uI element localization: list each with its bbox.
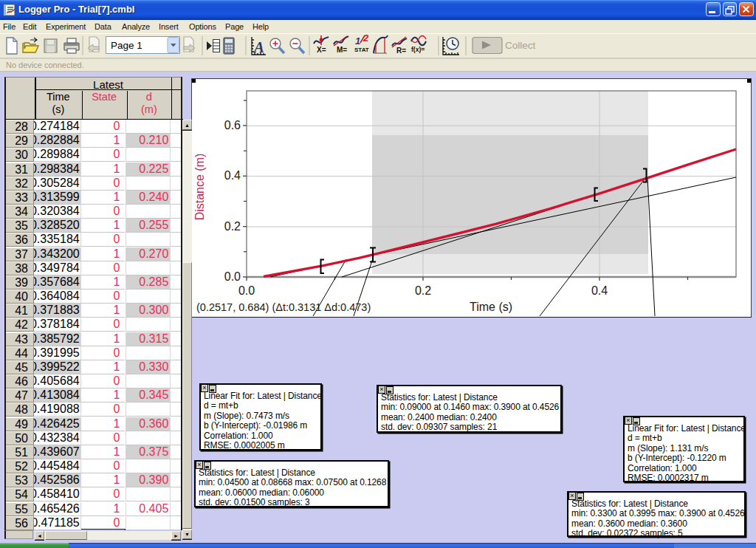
svg-text:(0.2517, 0.684) (Δt:0.3131 Δd:: (0.2517, 0.684) (Δt:0.3131 Δd:0.473) <box>196 301 371 313</box>
svg-text:X=: X= <box>317 46 326 54</box>
svg-text:STAT: STAT <box>354 47 369 53</box>
svg-text:0.2: 0.2 <box>415 284 431 297</box>
svg-text:R=: R= <box>396 47 406 55</box>
svg-text:f(x)=: f(x)= <box>411 46 425 53</box>
svg-text:A: A <box>252 38 264 56</box>
svg-text:Collect: Collect <box>505 40 536 51</box>
svg-text:0.2: 0.2 <box>224 220 241 233</box>
svg-text:0.4: 0.4 <box>591 284 608 297</box>
svg-text:M=: M= <box>337 46 347 54</box>
svg-text:0.0: 0.0 <box>224 270 241 283</box>
svg-text:2: 2 <box>362 33 369 44</box>
svg-text:Distance (m): Distance (m) <box>193 154 206 221</box>
svg-text:Page 1: Page 1 <box>111 40 142 51</box>
svg-text:0.4: 0.4 <box>224 169 241 182</box>
svg-text:1: 1 <box>355 35 360 47</box>
svg-text:Time (s): Time (s) <box>470 301 512 313</box>
svg-text:0.0: 0.0 <box>238 284 255 297</box>
svg-text:0.6: 0.6 <box>224 119 241 131</box>
